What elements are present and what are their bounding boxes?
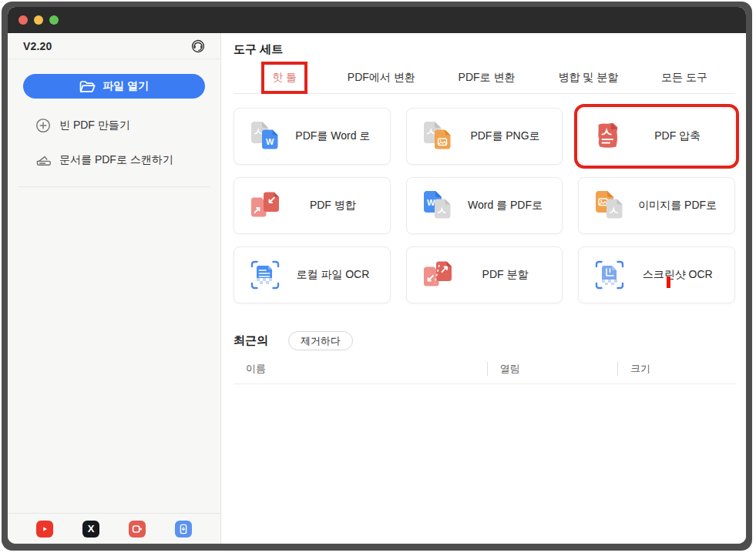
local-file-ocr-icon (247, 257, 284, 293)
sidebar: V2.20 (8, 33, 221, 544)
app-window: V2.20 (8, 7, 746, 544)
mobile-app-download-icon[interactable] (175, 521, 192, 538)
clear-recent-button[interactable]: 제거하다 (288, 331, 353, 350)
screenshot-ocr-icon (591, 257, 628, 293)
zoom-button[interactable] (49, 15, 59, 25)
image-to-pdf-icon (591, 188, 628, 223)
tab-convert-to-pdf[interactable]: PDF로 변환 (459, 71, 516, 85)
svg-text:W: W (427, 198, 435, 207)
tool-tabs: 핫 툴 PDF에서 변환 PDF로 변환 병합 및 분할 모든 도구 (234, 62, 735, 94)
tab-merge-split[interactable]: 병합 및 분할 (558, 71, 618, 85)
tool-card-grid: W PDF를 Word 로 (234, 108, 735, 303)
scan-to-pdf-item[interactable]: 문서를 PDF로 스캔하기 (35, 152, 220, 168)
column-opened[interactable]: 열림 (487, 362, 617, 376)
page-title: 도구 세트 (234, 42, 735, 57)
card-image-to-pdf[interactable]: 이미지를 PDF로 (578, 177, 735, 234)
pdf-to-png-icon (419, 119, 456, 154)
card-pdf-compress[interactable]: PDF 압축 (578, 108, 735, 165)
svg-text:W: W (266, 137, 274, 146)
card-local-file-ocr[interactable]: 로컬 파일 OCR (234, 246, 391, 303)
tab-all-tools[interactable]: 모든 도구 (661, 71, 707, 85)
open-folder-icon (79, 80, 96, 93)
scanner-icon (35, 152, 51, 168)
pdf-compress-icon (591, 119, 628, 154)
recent-table-header: 이름 열림 크기 (234, 362, 735, 384)
minimize-button[interactable] (34, 15, 43, 25)
card-label: PDF를 PNG로 (456, 129, 563, 143)
card-screenshot-ocr[interactable]: 스크린샷 OCR (578, 246, 735, 303)
scan-to-pdf-label: 문서를 PDF로 스캔하기 (59, 153, 173, 167)
version-label: V2.20 (23, 40, 52, 52)
sidebar-nav: 빈 PDF 만들기 문서를 PDF로 스캔하기 (8, 99, 220, 168)
card-label: PDF를 Word 로 (284, 129, 390, 143)
open-file-label: 파일 열기 (102, 79, 149, 93)
tab-convert-from-pdf[interactable]: PDF에서 변환 (348, 71, 415, 85)
recent-title: 최근의 (234, 333, 268, 348)
pdf-split-icon (419, 257, 456, 293)
card-pdf-to-png[interactable]: PDF를 PNG로 (406, 108, 563, 165)
traffic-lights (18, 15, 59, 25)
main-panel: 도구 세트 핫 툴 PDF에서 변환 PDF로 변환 병합 및 분할 모든 도구 (221, 33, 746, 544)
recent-section-header: 최근의 제거하다 (234, 331, 735, 350)
titlebar (8, 7, 746, 33)
sidebar-spacer (8, 187, 220, 513)
card-label: PDF 분할 (456, 268, 563, 282)
window-outer-frame: V2.20 (2, 2, 752, 551)
screenshot-stage: V2.20 (0, 0, 756, 556)
card-pdf-merge[interactable]: PDF 병합 (234, 177, 391, 234)
column-size[interactable]: 크기 (617, 362, 735, 376)
red-cursor-annotation (667, 276, 670, 288)
video-record-icon[interactable] (129, 521, 146, 538)
tab-hot-tools[interactable]: 핫 툴 (264, 65, 304, 91)
pdf-to-word-icon: W (247, 119, 284, 154)
card-label: PDF 병합 (284, 199, 390, 213)
headset-support-icon[interactable] (190, 38, 207, 55)
create-blank-pdf-item[interactable]: 빈 PDF 만들기 (35, 118, 220, 133)
open-file-button[interactable]: 파일 열기 (23, 74, 205, 99)
sidebar-header: V2.20 (8, 33, 220, 59)
card-label: Word 를 PDF로 (456, 199, 563, 213)
plus-circle-icon (35, 118, 51, 133)
word-to-pdf-icon: W (419, 188, 456, 223)
x-icon[interactable]: X (82, 521, 99, 538)
social-links-row: X (8, 513, 220, 544)
card-label: 스크린샷 OCR (628, 268, 734, 282)
close-button[interactable] (18, 15, 28, 25)
pdf-merge-icon (247, 188, 284, 223)
card-pdf-split[interactable]: PDF 분할 (406, 246, 563, 303)
card-pdf-to-word[interactable]: W PDF를 Word 로 (234, 108, 391, 165)
card-word-to-pdf[interactable]: W Word 를 PDF로 (406, 177, 563, 234)
create-blank-pdf-label: 빈 PDF 만들기 (59, 119, 130, 132)
youtube-icon[interactable] (36, 521, 53, 538)
column-name[interactable]: 이름 (234, 362, 487, 376)
card-label: 이미지를 PDF로 (628, 199, 734, 213)
card-label: PDF 압축 (628, 129, 734, 143)
card-label: 로컬 파일 OCR (284, 268, 390, 282)
app-body: V2.20 (8, 33, 746, 544)
